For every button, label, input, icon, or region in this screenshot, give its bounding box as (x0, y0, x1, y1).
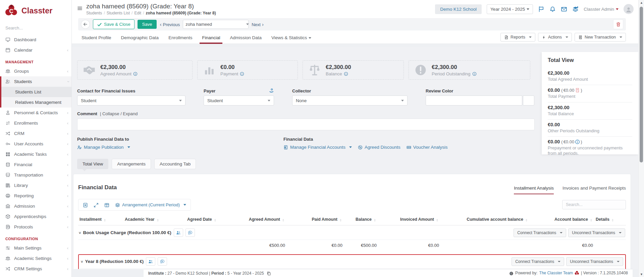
sidebar-item-reporting[interactable]: Reporting‹ (0, 191, 71, 201)
sidebar-item-academic-settings[interactable]: Academic Settings‹ (0, 253, 71, 264)
user-menu[interactable]: Classter Admin (584, 7, 619, 12)
section-tab-arrangements[interactable]: Arrangements (112, 159, 151, 169)
table-search-input[interactable] (562, 200, 626, 209)
vertical-scrollbar[interactable]: ▲ ▼ (638, 0, 644, 277)
unconnect-transactions-button[interactable]: Unconnect Transactions (566, 257, 623, 266)
review-color-picker-button[interactable] (523, 95, 534, 106)
column-header-account-balance[interactable]: Account balance (530, 217, 594, 222)
tab-demographic-data[interactable]: Demographic Data (121, 32, 159, 44)
breadcrumb-item[interactable]: Edit (134, 11, 141, 15)
review-color-input[interactable] (426, 95, 522, 106)
payer-select[interactable]: Student (204, 95, 274, 106)
back-button[interactable] (81, 20, 90, 29)
connect-transactions-button[interactable]: Connect Transactions (514, 228, 566, 237)
previous-record-button[interactable]: ‹ Previous (160, 21, 180, 27)
sidebar-item-enrollments[interactable]: Enrollments‹ (0, 118, 71, 128)
save-and-close-button[interactable]: Save & Close (93, 19, 135, 29)
group-contacts-button[interactable] (146, 257, 155, 266)
sidebar-subitem-students-list[interactable]: Students List (1, 87, 71, 97)
sidebar-item-admission[interactable]: Admission‹ (0, 201, 71, 211)
sidebar-item-crm-settings[interactable]: CRM Settings‹ (0, 264, 71, 274)
tab-enrollments[interactable]: Enrollments (168, 32, 193, 44)
section-tab-accounting-tab[interactable]: Accounting Tab (154, 159, 196, 169)
classter-team-link[interactable]: The Classter Team (539, 271, 573, 275)
breadcrumb-item[interactable]: Students List (107, 11, 130, 15)
menu-icon[interactable] (77, 5, 83, 11)
collector-select[interactable]: None (292, 95, 408, 106)
view-tab-installment-analysis[interactable]: Installment Analysis (514, 186, 554, 194)
sidebar-item-user-accounts[interactable]: User Accounts‹ (0, 139, 71, 149)
brand-logo[interactable]: C Classter (0, 0, 71, 20)
tab-admission-data[interactable]: Admission Data (229, 32, 262, 44)
sidebar-item-academic-tasks[interactable]: Academic Tasks‹ (0, 149, 71, 159)
collapse-group-icon[interactable]: ˅ (81, 260, 83, 264)
arrangement-dropdown[interactable]: Arrangement (Current Period) (115, 202, 186, 207)
sidebar-item-personnel-contacts[interactable]: Personnel & Contacts‹ (0, 108, 71, 118)
new-transaction-button[interactable]: New Transaction (575, 33, 626, 42)
sidebar-subitem-relatives-management[interactable]: Relatives Management (1, 97, 71, 108)
comment-collapse-expand-toggle[interactable]: | Collapse / Expand (100, 111, 138, 116)
voucher-analysis-link[interactable]: Voucher Analysis (407, 145, 448, 150)
column-header-academic-year[interactable]: Academic Year (123, 217, 186, 222)
school-button[interactable]: Demo K12 School (435, 4, 482, 14)
community-icon[interactable] (572, 6, 579, 12)
expand-table-icon[interactable] (94, 202, 99, 207)
column-settings-icon[interactable] (104, 202, 109, 207)
sidebar-item-dashboard[interactable]: Dashboard (0, 34, 71, 45)
column-header-cumulative-account-balance[interactable]: Cumulative account balance (440, 217, 530, 222)
next-record-button[interactable]: Next › (252, 21, 264, 27)
column-header-balance[interactable]: Balance (344, 217, 378, 222)
student-search-input[interactable] (185, 22, 245, 27)
group-comment-button[interactable] (185, 228, 195, 237)
unconnect-transactions-button[interactable]: Unconnect Transactions (568, 228, 625, 237)
manage-financial-accounts-link[interactable]: Manage Financial Accounts (283, 145, 352, 150)
copy-icon[interactable] (267, 271, 271, 275)
column-header-agreed-date[interactable]: Agreed Date (186, 217, 233, 222)
scroll-down-icon[interactable]: ▼ (639, 273, 644, 276)
column-header-installment[interactable]: Installment (78, 217, 123, 222)
payer-hand-coin-icon[interactable] (269, 88, 274, 94)
export-excel-icon[interactable] (83, 202, 88, 207)
column-header-details[interactable]: Details (594, 217, 626, 222)
notifications-bell-icon[interactable] (549, 6, 556, 12)
scroll-up-icon[interactable]: ▲ (639, 1, 644, 4)
column-header-paid-amount[interactable]: Paid Amount (286, 217, 344, 222)
flag-icon[interactable] (538, 6, 544, 12)
sidebar-item-transportation[interactable]: Transportation‹ (0, 170, 71, 180)
student-search-combobox[interactable] (183, 20, 249, 29)
contact-select[interactable]: Student (77, 95, 185, 106)
comment-textarea[interactable] (77, 119, 535, 130)
period-selector[interactable]: Year 2024 - 2025 (487, 4, 533, 14)
tab-financial[interactable]: Financial (202, 32, 220, 44)
view-tab-invoices-and-payment-receipts[interactable]: Invoices and Payment Receipts (562, 186, 626, 194)
section-tab-total-view[interactable]: Total View (77, 159, 108, 169)
info-icon[interactable] (472, 71, 477, 76)
group-comment-button[interactable] (158, 257, 167, 266)
sidebar-item-library[interactable]: Library‹ (0, 180, 71, 191)
actions-button[interactable]: Actions (538, 33, 572, 42)
sidebar-item-students[interactable]: Students‹ (1, 76, 71, 87)
messages-envelope-icon[interactable] (561, 6, 567, 12)
collapse-group-icon[interactable]: ˅ (79, 231, 81, 235)
delete-button[interactable] (613, 19, 623, 29)
info-icon[interactable] (344, 71, 348, 76)
group-contacts-button[interactable] (174, 228, 183, 237)
tab-views-statistics[interactable]: Views & Statistics (271, 32, 312, 44)
sidebar-item-groups[interactable]: Groups‹ (0, 66, 71, 76)
agreed-discounts-link[interactable]: Agreed Discounts (358, 145, 400, 150)
breadcrumb-item[interactable]: Students (86, 11, 102, 15)
sidebar-item-main-settings[interactable]: Main Settings‹ (0, 243, 71, 253)
tab-student-profile[interactable]: Student Profile (81, 32, 112, 44)
info-icon[interactable] (240, 71, 244, 76)
sidebar-item-financial[interactable]: Financial‹ (0, 159, 71, 170)
reports-button[interactable]: Reports (500, 33, 535, 42)
save-button[interactable]: Save (138, 20, 157, 29)
column-header-agreed-amount[interactable]: Agreed Amount (233, 217, 286, 222)
sidebar-item-calendar[interactable]: Calendar‹ (0, 45, 71, 55)
manage-publication-link[interactable]: Manage Publication (77, 145, 130, 150)
sidebar-search-input[interactable] (5, 24, 66, 32)
sidebar-item-crm[interactable]: CRM‹ (0, 128, 71, 139)
sidebar-item-protocols[interactable]: Protocols‹ (0, 222, 71, 232)
info-icon[interactable] (133, 71, 138, 76)
connect-transactions-button[interactable]: Connect Transactions (512, 257, 564, 266)
